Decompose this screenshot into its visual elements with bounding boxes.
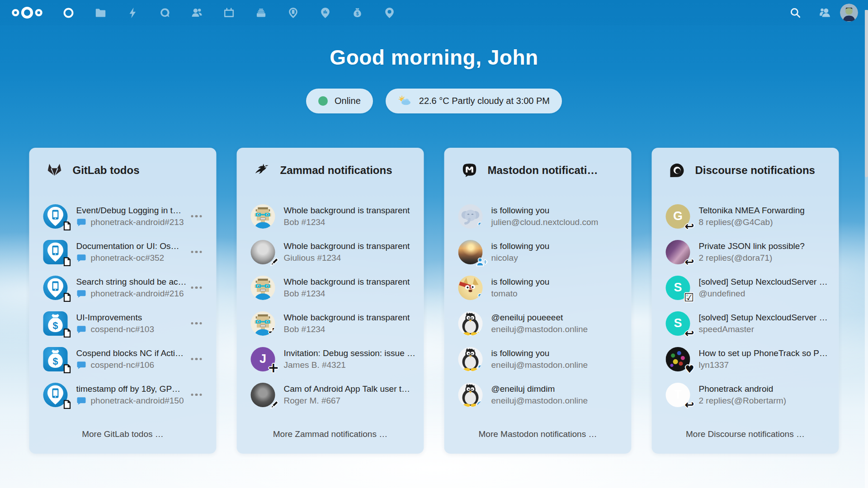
item-subtitle: cospend-nc#103 <box>76 324 155 334</box>
list-item[interactable]: S [solved] Setup NexcloudServer … @undef… <box>652 270 839 305</box>
more-link[interactable]: More Zammad notifications … <box>237 429 424 439</box>
list-item[interactable]: Search string should be ac… phonetrack-a… <box>29 270 217 305</box>
more-link[interactable]: More Discourse notifications … <box>652 429 839 439</box>
list-item[interactable]: Whole background is transparent Bob #123… <box>237 270 424 305</box>
tomato-avatar <box>458 276 483 300</box>
app-deck-icon[interactable] <box>245 0 277 25</box>
list-item[interactable]: Private JSON link possible? 2 replies(@d… <box>652 234 839 270</box>
item-subtitle: Bob #1234 <box>284 289 410 299</box>
item-subtitle: Bob #1234 <box>284 217 410 227</box>
app-dashboard-icon[interactable] <box>52 0 85 25</box>
list-item[interactable]: is following you nicolay <box>444 234 632 270</box>
top-bar <box>0 0 868 25</box>
list-item[interactable]: S [solved] Setup NexcloudServer … speedA… <box>652 305 839 341</box>
item-title: is following you <box>491 277 550 287</box>
elephant-avatar <box>458 204 483 229</box>
widget-card-gitlab: GitLab todos Event/Debug Logging in t… p… <box>29 148 217 454</box>
bob-avatar <box>251 311 275 336</box>
notification-list: is following you julien@cloud.nextcloud.… <box>444 198 632 413</box>
list-item[interactable]: Cospend blocks NC if Acti… cospend-nc#10… <box>29 341 217 377</box>
pencil-badge-icon <box>269 221 275 229</box>
item-subtitle: nicolay <box>491 253 550 263</box>
list-item[interactable]: @eneiluj dimdim eneiluj@mastodon.online <box>444 377 632 413</box>
online-label: Online <box>335 96 361 106</box>
user-avatar[interactable] <box>840 4 858 22</box>
item-subtitle: 2 replies(@Robertarm) <box>699 396 787 406</box>
penguin-avatar <box>458 347 483 371</box>
cospend-avatar <box>43 347 68 371</box>
widget-card-mastodon: Mastodon notificati… is following you ju… <box>444 148 632 454</box>
penguin-avatar <box>458 311 483 336</box>
scrollbar-thumb[interactable] <box>865 10 868 177</box>
app-talk-icon[interactable] <box>149 0 181 25</box>
notification-list: G Teltonika NMEA Forwarding 8 replies(@G… <box>652 198 839 413</box>
todo-document-badge-icon <box>63 221 71 230</box>
james-avatar: J <box>251 347 275 371</box>
list-item[interactable]: is following you julien@cloud.nextcloud.… <box>444 198 632 234</box>
plus-badge-icon <box>268 325 275 336</box>
item-menu-button[interactable] <box>188 245 205 259</box>
item-title: is following you <box>491 241 550 251</box>
bob-avatar <box>251 276 275 300</box>
item-menu-button[interactable] <box>188 352 205 366</box>
app-maps-icon[interactable] <box>373 0 406 25</box>
app-contacts-icon[interactable] <box>181 0 213 25</box>
s-avatar: S <box>666 276 690 300</box>
list-item[interactable]: J Invitation: Debug session: issue … Jam… <box>237 341 424 377</box>
item-subtitle: tomato <box>491 289 550 299</box>
more-link[interactable]: More Mastodon notifications … <box>444 429 632 439</box>
app-cospend-icon[interactable] <box>341 0 373 25</box>
card-title: Discourse notifications <box>695 164 815 177</box>
list-item[interactable]: Cam of Android App Talk user t… Roger M.… <box>237 377 424 413</box>
list-item[interactable]: is following you tomato <box>444 270 632 305</box>
status-pill-weather[interactable]: 22.6 °C Partly cloudy at 3:00 PM <box>386 89 562 113</box>
item-title: Whole background is transparent <box>284 206 410 216</box>
nextcloud-logo[interactable] <box>7 5 47 20</box>
comment-icon <box>76 396 87 405</box>
lyn1337-avatar <box>666 347 690 371</box>
item-title: is following you <box>491 206 599 216</box>
item-title: Invitation: Debug session: issue … <box>284 348 412 358</box>
card-header: Discourse notifications <box>669 162 824 178</box>
item-subtitle: 2 replies(@dora71) <box>699 253 805 263</box>
search-icon[interactable] <box>780 0 810 25</box>
list-item[interactable]: timestamp off by 18y, GP… phonetrack-and… <box>29 377 217 413</box>
card-title: Mastodon notificati… <box>488 164 598 177</box>
list-item[interactable]: Whole background is transparent Giulious… <box>237 234 424 270</box>
list-item[interactable]: How to set up PhoneTrack so P… lyn1337 <box>652 341 839 377</box>
list-item[interactable]: is following you eneiluj@mastodon.online <box>444 341 632 377</box>
list-item[interactable]: Whole background is transparent Bob #123… <box>237 198 424 234</box>
app-phonetrack-icon[interactable] <box>277 0 309 25</box>
more-link[interactable]: More GitLab todos … <box>29 429 217 439</box>
comment-icon <box>76 289 87 298</box>
list-item[interactable]: Documentation or UI: Os… phonetrack-oc#3… <box>29 234 217 270</box>
item-title: [solved] Setup NexcloudServer … <box>699 277 827 287</box>
todo-document-badge-icon <box>63 364 71 373</box>
app-activity-icon[interactable] <box>117 0 149 25</box>
dora71-avatar <box>666 240 690 264</box>
list-item[interactable]: Whole background is transparent Bob #123… <box>237 305 424 341</box>
item-menu-button[interactable] <box>188 317 205 330</box>
giulious-avatar <box>251 240 275 264</box>
item-subtitle: eneiluj@mastodon.online <box>491 324 588 334</box>
contacts-menu-icon[interactable] <box>810 0 840 25</box>
pencil-badge-icon <box>269 257 279 267</box>
status-pill-online[interactable]: Online <box>306 89 373 113</box>
list-item[interactable]: Event/Debug Logging in t… phonetrack-and… <box>29 198 217 234</box>
app-location-chart-icon[interactable] <box>309 0 341 25</box>
app-calendar-icon[interactable] <box>213 0 245 25</box>
cospend-avatar <box>43 311 68 336</box>
sun-behind-cloud-icon <box>398 95 412 107</box>
reply-badge-icon <box>685 399 694 410</box>
item-subtitle: @undefined <box>699 289 827 299</box>
item-menu-button[interactable] <box>188 388 205 402</box>
item-menu-button[interactable] <box>188 281 205 295</box>
app-files-icon[interactable] <box>85 0 117 25</box>
list-item[interactable]: UI-Improvements cospend-nc#103 <box>29 305 217 341</box>
list-item[interactable]: T Phonetrack android 2 replies(@Robertar… <box>652 377 839 413</box>
list-item[interactable]: G Teltonika NMEA Forwarding 8 replies(@G… <box>652 198 839 234</box>
online-status-dot <box>318 96 328 106</box>
item-menu-button[interactable] <box>188 210 205 223</box>
list-item[interactable]: @eneiluj poueeeet eneiluj@mastodon.onlin… <box>444 305 632 341</box>
phonetrack-avatar <box>43 204 68 229</box>
